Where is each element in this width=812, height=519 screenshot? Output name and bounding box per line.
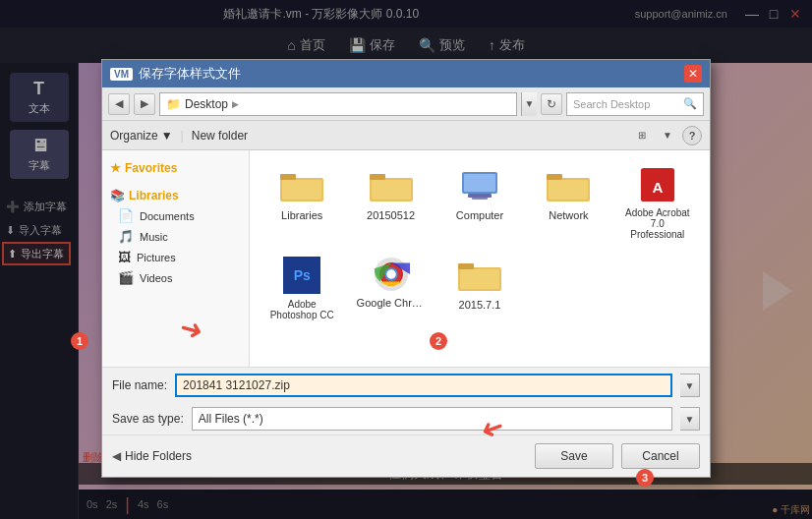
filename-dropdown[interactable]: ▼ <box>680 374 700 397</box>
search-bar[interactable]: Search Desktop 🔍 <box>566 92 704 116</box>
dialog-bottom-row: ◀ Hide Folders Save Cancel <box>102 434 710 477</box>
svg-rect-2 <box>282 180 321 200</box>
organize-arrow: ▼ <box>161 129 173 143</box>
hide-icon: ◀ <box>112 449 121 463</box>
pictures-icon: 🖼 <box>118 250 131 264</box>
cancel-button[interactable]: Cancel <box>621 443 700 469</box>
dialog-title-left: VM 保存字体样式文件 <box>110 65 241 83</box>
libraries-section: 📚 Libraries 📄 Documents 🎵 Music 🖼 Pictur… <box>102 186 249 288</box>
dialog-close-button[interactable]: ✕ <box>684 65 702 83</box>
20150512-label: 20150512 <box>367 209 415 221</box>
dialog-title-text: 保存字体样式文件 <box>139 65 241 83</box>
savetype-row: Save as type: All Files (*.*) ▼ <box>102 403 710 434</box>
annotation-3: 3 <box>636 469 654 487</box>
file-item-20150512[interactable]: 20150512 <box>350 162 431 244</box>
annotation-2: 2 <box>430 332 447 350</box>
address-bar[interactable]: 📁 Desktop ▶ <box>159 92 517 116</box>
dialog-action-bar: Organize ▼ | New folder ⊞ ▼ ? <box>102 121 710 150</box>
svg-rect-7 <box>464 174 495 192</box>
folder-icon: 📁 <box>166 97 181 111</box>
file-item-computer[interactable]: Computer <box>439 162 520 244</box>
acrobat-label: Adobe Acrobat 7.0 Professional <box>623 207 692 240</box>
acrobat-icon: A <box>639 166 676 203</box>
help-button[interactable]: ? <box>682 126 702 145</box>
savetype-dropdown[interactable]: ▼ <box>680 407 700 431</box>
file-item-libraries[interactable]: Libraries <box>261 162 342 244</box>
file-item-chrome[interactable]: Google Chrome <box>350 252 431 324</box>
svg-rect-12 <box>549 180 588 200</box>
favorites-header[interactable]: ★ Favorites <box>102 158 249 178</box>
computer-label: Computer <box>456 209 503 221</box>
chrome-icon <box>373 256 410 293</box>
svg-rect-11 <box>547 174 562 180</box>
dialog-nav: ★ Favorites 📚 Libraries 📄 Documents 🎵 <box>102 150 250 367</box>
savetype-label: Save as type: <box>112 412 184 426</box>
save-dialog: VM 保存字体样式文件 ✕ ◀ ▶ 📁 Desktop ▶ ▼ ↻ Search… <box>101 59 711 478</box>
library-icon: 📚 <box>110 189 125 202</box>
videos-icon: 🎬 <box>118 270 134 285</box>
file-item-photoshop[interactable]: Ps Adobe Photoshop CC <box>261 252 342 324</box>
view-grid-button[interactable]: ⊞ <box>631 125 653 146</box>
svg-point-18 <box>386 269 396 279</box>
2015-folder-icon <box>456 256 503 295</box>
svg-rect-5 <box>372 180 411 200</box>
music-icon: 🎵 <box>118 229 134 244</box>
svg-text:A: A <box>652 179 663 196</box>
refresh-button[interactable]: ↻ <box>541 93 562 115</box>
file-item-acrobat[interactable]: A Adobe Acrobat 7.0 Professional <box>617 162 698 244</box>
20150512-folder-icon <box>368 166 415 205</box>
vm-badge: VM <box>110 68 133 81</box>
svg-rect-4 <box>370 174 385 180</box>
savetype-select[interactable]: All Files (*.*) <box>192 407 672 431</box>
documents-icon: 📄 <box>118 208 134 223</box>
hide-folders-button[interactable]: ◀ Hide Folders <box>112 449 192 463</box>
address-arrow: ▶ <box>232 99 239 109</box>
address-text: Desktop <box>185 97 228 111</box>
search-placeholder: Search Desktop <box>573 98 650 110</box>
2015-label: 2015.7.1 <box>459 299 501 311</box>
svg-rect-9 <box>468 194 492 198</box>
file-item-network[interactable]: Network <box>528 162 609 244</box>
annotation-1: 1 <box>71 332 88 350</box>
dialog-toolbar: ◀ ▶ 📁 Desktop ▶ ▼ ↻ Search Desktop 🔍 <box>102 87 710 121</box>
organize-button[interactable]: Organize ▼ <box>110 129 173 143</box>
search-icon: 🔍 <box>683 97 697 110</box>
favorites-section: ★ Favorites <box>102 158 249 178</box>
network-label: Network <box>549 209 588 221</box>
view-toggle: ⊞ ▼ ? <box>631 125 702 146</box>
filename-row: File name: ▼ <box>102 367 710 403</box>
nav-pictures[interactable]: 🖼 Pictures <box>102 247 249 267</box>
star-icon: ★ <box>110 161 121 175</box>
view-dropdown[interactable]: ▼ <box>657 125 678 146</box>
photoshop-icon: Ps <box>278 256 325 295</box>
svg-rect-1 <box>280 174 296 180</box>
dialog-overlay: VM 保存字体样式文件 ✕ ◀ ▶ 📁 Desktop ▶ ▼ ↻ Search… <box>0 0 812 519</box>
filename-label: File name: <box>112 378 167 392</box>
filename-input[interactable] <box>175 374 672 397</box>
forward-button[interactable]: ▶ <box>134 93 155 115</box>
chrome-label: Google Chrome <box>357 297 426 309</box>
dialog-action-buttons: Save Cancel <box>535 443 700 469</box>
nav-music[interactable]: 🎵 Music <box>102 226 249 247</box>
photoshop-label: Adobe Photoshop CC <box>267 299 336 320</box>
libraries-header[interactable]: 📚 Libraries <box>102 186 249 205</box>
network-folder-icon <box>545 166 592 205</box>
new-folder-button[interactable]: New folder <box>192 129 248 143</box>
back-button[interactable]: ◀ <box>108 93 130 115</box>
svg-rect-21 <box>460 269 499 289</box>
computer-icon <box>456 166 503 205</box>
file-item-2015[interactable]: 2015.7.1 <box>439 252 520 324</box>
file-grid: Libraries 20150512 <box>250 150 710 367</box>
libraries-folder-icon <box>278 166 325 205</box>
address-dropdown[interactable]: ▼ <box>521 92 537 116</box>
svg-rect-20 <box>458 263 474 269</box>
nav-videos[interactable]: 🎬 Videos <box>102 267 249 288</box>
save-button[interactable]: Save <box>535 443 613 469</box>
libraries-label: Libraries <box>281 209 322 221</box>
watermark: ● 千库网 <box>772 503 810 517</box>
dialog-title-bar: VM 保存字体样式文件 ✕ <box>102 60 710 87</box>
nav-documents[interactable]: 📄 Documents <box>102 205 249 226</box>
